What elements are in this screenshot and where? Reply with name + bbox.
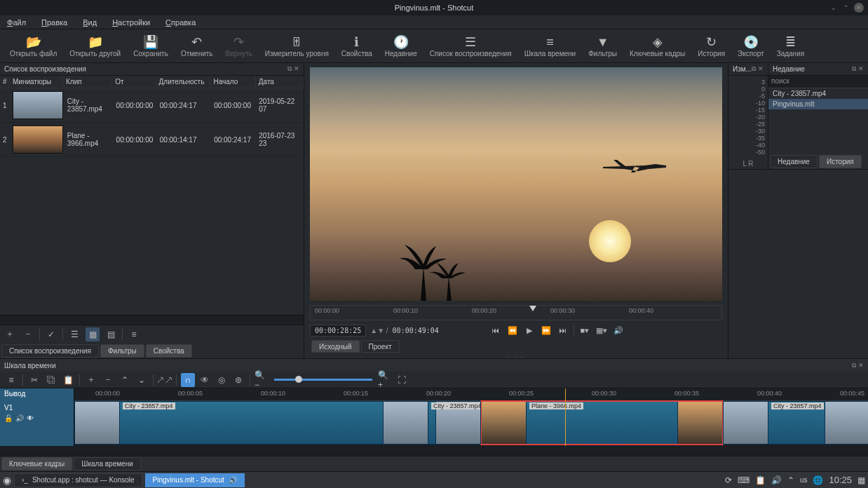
tab-playlist[interactable]: Список воспроизведения bbox=[1, 344, 99, 358]
delete-icon[interactable]: － bbox=[101, 373, 115, 387]
task-konsole[interactable]: ›_Shotcut.app : shotcut — Konsole bbox=[14, 473, 142, 487]
tab-keyframes[interactable]: Ключевые кадры bbox=[1, 457, 72, 470]
timeline-scrollbar[interactable] bbox=[0, 446, 868, 456]
panel-close-icon[interactable]: ✕ bbox=[758, 65, 764, 73]
copy-icon[interactable]: ⿻ bbox=[44, 373, 58, 387]
menu-file[interactable]: Файл bbox=[4, 17, 29, 28]
menu-view[interactable]: Вид bbox=[80, 17, 100, 28]
playlist-scrollbar[interactable] bbox=[0, 315, 304, 325]
lift-icon[interactable]: ⌃ bbox=[118, 373, 132, 387]
maximize-icon[interactable]: ⌃ bbox=[841, 3, 851, 13]
undock-icon[interactable]: ⧉ bbox=[752, 65, 756, 73]
language-indicator[interactable]: us bbox=[800, 476, 808, 484]
playlist-row[interactable]: 1 City - 23857.mp4 00:00:00:00 00:00:24:… bbox=[0, 88, 304, 123]
network-icon[interactable]: 🌐 bbox=[813, 475, 823, 485]
panel-close-icon[interactable]: ✕ bbox=[294, 65, 299, 73]
check-icon[interactable]: ✓ bbox=[44, 327, 58, 341]
history-button[interactable]: ↻История bbox=[692, 33, 731, 59]
peak-meter-button[interactable]: 🎚Измеритель уровня bbox=[259, 33, 334, 59]
keyboard-icon[interactable]: ⌨ bbox=[738, 475, 750, 485]
forward-icon[interactable]: ⏩ bbox=[540, 324, 552, 337]
desktop-switcher-icon[interactable]: ▦ bbox=[857, 475, 865, 485]
task-shotcut[interactable]: Pingvinus.mlt - Shotcut🔊 bbox=[145, 473, 245, 487]
track-header[interactable]: V1 🔓 🔊 👁 bbox=[0, 401, 74, 446]
open-file-button[interactable]: 📂Открыть файл bbox=[4, 33, 62, 59]
timeline-clip[interactable]: City - 23857.mp4 bbox=[383, 401, 481, 445]
ripple-icon[interactable]: ◎ bbox=[215, 373, 229, 387]
zoom-out-icon[interactable]: 🔍− bbox=[255, 373, 269, 387]
detail-view-icon[interactable]: ▦ bbox=[86, 327, 100, 341]
tab-source[interactable]: Исходный bbox=[311, 340, 360, 353]
volume-icon[interactable]: 🔊 bbox=[612, 324, 625, 337]
updates-icon[interactable]: ⟳ bbox=[725, 475, 732, 485]
redo-button[interactable]: ↷Вернуть bbox=[220, 33, 258, 59]
app-launcher-icon[interactable]: ◉ bbox=[3, 475, 11, 486]
panel-close-icon[interactable]: ✕ bbox=[858, 362, 864, 370]
undock-icon[interactable]: ⧉ bbox=[287, 65, 292, 73]
overwrite-icon[interactable]: ⌄ bbox=[135, 373, 149, 387]
menu-icon[interactable]: ≡ bbox=[127, 327, 141, 341]
list-view-icon[interactable]: ☰ bbox=[67, 327, 81, 341]
open-other-button[interactable]: 📁Открыть другой bbox=[64, 33, 126, 59]
timeline-playhead[interactable] bbox=[565, 388, 566, 446]
timeline-clip[interactable]: Plane - 3966.mp4 bbox=[481, 401, 723, 445]
panel-close-icon[interactable]: ✕ bbox=[858, 65, 864, 73]
recent-button[interactable]: 🕐Недавние bbox=[379, 33, 423, 59]
recent-item[interactable]: Pingvinus.mlt bbox=[768, 99, 868, 109]
menu-settings[interactable]: Настройки bbox=[109, 17, 153, 28]
timeline-track[interactable]: City - 23857.mp4 Plane - 3966.mp4 City -… bbox=[74, 401, 868, 446]
menu-help[interactable]: Справка bbox=[163, 17, 198, 28]
rewind-icon[interactable]: ⏪ bbox=[506, 324, 519, 337]
menu-edit[interactable]: Правка bbox=[39, 17, 70, 28]
clock[interactable]: 10:25 bbox=[829, 475, 852, 485]
scrub-icon[interactable]: 👁 bbox=[198, 373, 212, 387]
skip-start-icon[interactable]: ⏮ bbox=[489, 324, 502, 337]
mute-icon[interactable]: 🔊 bbox=[15, 414, 24, 422]
chevron-up-icon[interactable]: ⌃ bbox=[787, 475, 794, 485]
recent-item[interactable]: City - 23857.mp4 bbox=[768, 88, 868, 99]
minimize-icon[interactable]: ⌄ bbox=[829, 3, 839, 13]
tab-project[interactable]: Проект bbox=[361, 340, 400, 353]
hamburger-icon[interactable]: ≡ bbox=[4, 373, 18, 387]
undock-icon[interactable]: ⧉ bbox=[852, 65, 856, 73]
zoom-in-icon[interactable]: 🔍+ bbox=[378, 373, 392, 387]
tab-recent[interactable]: Недавние bbox=[770, 155, 818, 168]
add-icon[interactable]: ＋ bbox=[3, 327, 17, 341]
playlist-row[interactable]: 2 Plane - 3966.mp4 00:00:00:00 00:00:14:… bbox=[0, 123, 304, 157]
volume-tray-icon[interactable]: 🔊 bbox=[771, 475, 782, 485]
append-icon[interactable]: ＋ bbox=[84, 373, 98, 387]
paste-icon[interactable]: 📋 bbox=[61, 373, 75, 387]
keyframes-button[interactable]: ◈Ключевые кадры bbox=[624, 33, 691, 59]
ripple-all-icon[interactable]: ⊛ bbox=[231, 373, 245, 387]
properties-button[interactable]: ℹСвойства bbox=[336, 33, 378, 59]
tab-timeline[interactable]: Шкала времени bbox=[74, 457, 140, 470]
skip-end-icon[interactable]: ⏭ bbox=[557, 324, 569, 337]
snap-icon[interactable]: ∩ bbox=[181, 373, 195, 387]
cut-icon[interactable]: ✂ bbox=[27, 373, 41, 387]
tab-history[interactable]: История bbox=[819, 155, 862, 168]
hide-icon[interactable]: 👁 bbox=[27, 414, 34, 422]
filters-button[interactable]: ▼Фильтры bbox=[583, 33, 623, 59]
timeline-ruler[interactable]: 00:00:00 00:00:05 00:00:10 00:00:15 00:0… bbox=[74, 388, 868, 401]
search-input[interactable]: поиск bbox=[768, 76, 868, 88]
output-label[interactable]: Вывод bbox=[0, 388, 74, 401]
jobs-button[interactable]: ≣Задания bbox=[771, 33, 811, 59]
clipboard-icon[interactable]: 📋 bbox=[755, 475, 766, 485]
zoom-fit-icon[interactable]: ⛶ bbox=[395, 373, 409, 387]
stop-icon[interactable]: ■▾ bbox=[578, 324, 591, 337]
save-button[interactable]: 💾Сохранить bbox=[128, 33, 174, 59]
close-icon[interactable]: ✕ bbox=[854, 3, 864, 13]
playlist-button[interactable]: ☰Список воспроизведения bbox=[424, 33, 517, 59]
split-icon[interactable]: ⸕⸕ bbox=[158, 373, 172, 387]
play-icon[interactable]: ▶ bbox=[523, 324, 536, 337]
lock-icon[interactable]: 🔓 bbox=[4, 414, 13, 422]
undock-icon[interactable]: ⧉ bbox=[852, 362, 856, 370]
tab-properties[interactable]: Свойства bbox=[146, 344, 192, 358]
undo-button[interactable]: ↶Отменить bbox=[175, 33, 219, 59]
grid-icon[interactable]: ▦▾ bbox=[595, 324, 608, 337]
playhead-marker[interactable] bbox=[529, 306, 536, 311]
timeline-clip[interactable]: City - 23857.mp4 bbox=[723, 401, 868, 445]
tab-filters[interactable]: Фильтры bbox=[100, 344, 144, 358]
remove-icon[interactable]: － bbox=[21, 327, 35, 341]
export-button[interactable]: 💿Экспорт bbox=[732, 33, 770, 59]
